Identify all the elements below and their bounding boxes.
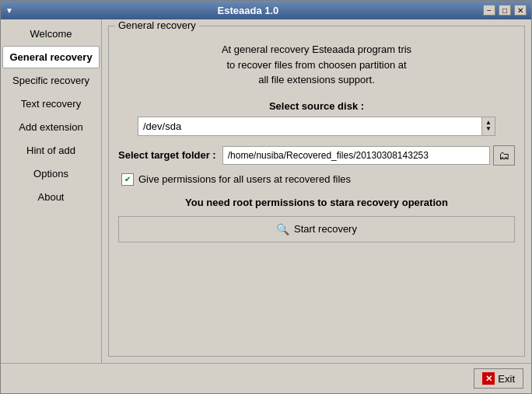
browse-icon: 🗂 [499,149,509,162]
content-area: Welcome General recovery Specific recove… [1,19,531,363]
checkbox-icon[interactable]: ✔ [121,173,134,186]
main-window: ▼ Esteaada 1.0 − □ ✕ Welcome General rec… [0,0,532,394]
main-panel: General recovery At general recovery Est… [102,19,531,363]
target-folder-row: Select target folder : 🗂 [118,145,515,166]
checkbox-label: Give permissions for all users at recove… [138,173,351,185]
exit-button[interactable]: ✕ Exit [474,368,523,389]
sidebar-item-welcome[interactable]: Welcome [2,23,100,45]
source-disk-label: Select source disk : [118,100,515,112]
bottom-bar: ✕ Exit [1,363,531,393]
sidebar: Welcome General recovery Specific recove… [1,19,102,363]
panel-group: General recovery At general recovery Est… [108,26,525,357]
source-disk-section: Select source disk : /dev/sda ▲ ▼ [118,100,515,136]
panel-title: General recovery [115,19,199,31]
sidebar-item-text-recovery[interactable]: Text recovery [2,92,100,115]
sidebar-item-add-extension[interactable]: Add extension [2,116,100,138]
exit-icon: ✕ [482,372,495,385]
sidebar-item-options[interactable]: Options [2,162,100,185]
start-recovery-button[interactable]: 🔍 Start recovery [118,216,515,242]
target-folder-label: Select target folder : [118,149,216,161]
description-text: At general recovery Esteaada program tri… [118,42,515,88]
exit-label: Exit [498,373,515,385]
titlebar: ▼ Esteaada 1.0 − □ ✕ [1,1,531,19]
source-disk-select[interactable]: /dev/sda [138,117,495,136]
sidebar-item-hint-of-add[interactable]: Hint of add [2,139,100,162]
system-menu-arrow[interactable]: ▼ [5,6,13,15]
permissions-checkbox-row[interactable]: ✔ Give permissions for all users at reco… [118,173,515,186]
window-controls: − □ ✕ [483,5,527,16]
arrow-down-icon[interactable]: ▼ [485,126,492,132]
start-recovery-label: Start recovery [294,223,357,235]
minimize-button[interactable]: − [483,5,495,16]
select-arrows: ▲ ▼ [481,117,495,136]
sidebar-item-specific-recovery[interactable]: Specific recovery [2,69,100,92]
search-icon: 🔍 [276,223,289,235]
window-title: Esteaada 1.0 [13,5,483,16]
permissions-text: You need root permissions to stara recov… [118,197,515,208]
close-button[interactable]: ✕ [514,5,527,16]
sidebar-item-about[interactable]: About [2,186,100,208]
sidebar-item-general-recovery[interactable]: General recovery [2,46,100,68]
browse-button[interactable]: 🗂 [493,145,515,166]
source-disk-wrapper: /dev/sda ▲ ▼ [138,117,495,136]
maximize-button[interactable]: □ [499,5,511,16]
target-folder-input[interactable] [222,146,490,165]
